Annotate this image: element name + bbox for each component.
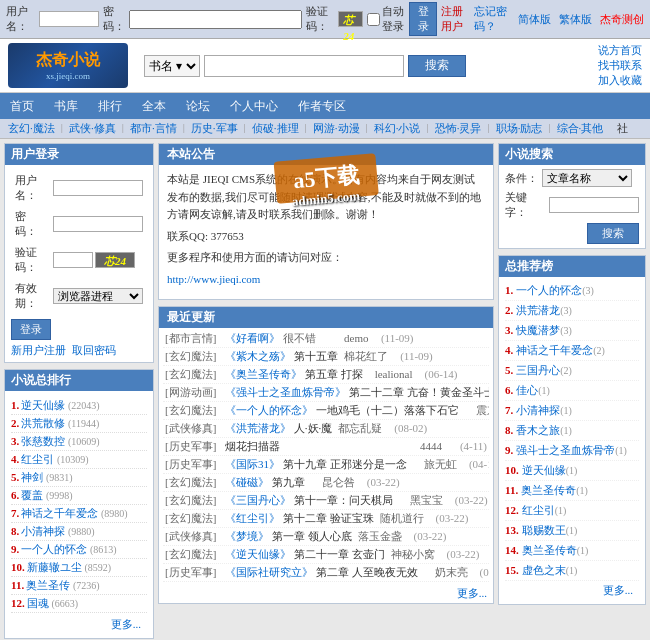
updates-more-link[interactable]: 更多... bbox=[457, 587, 487, 599]
ranking-item-8[interactable]: 小清神探 bbox=[21, 525, 65, 537]
ranking-item-1[interactable]: 逆天仙缘 bbox=[21, 399, 65, 411]
recommend-item-9[interactable]: 强斗士之圣血炼骨帝 bbox=[516, 444, 615, 456]
nav-personal[interactable]: 个人中心 bbox=[220, 93, 288, 119]
update-title-link[interactable]: 《紫木之殇》 bbox=[225, 350, 291, 362]
ranking-item-5[interactable]: 神剑 bbox=[21, 471, 43, 483]
genre-wuxia[interactable]: 武侠·修真 bbox=[65, 121, 120, 136]
search-input[interactable] bbox=[204, 55, 404, 77]
genre-fantasy[interactable]: 玄幻·魔法 bbox=[4, 121, 59, 136]
logo-homepage-link[interactable]: 说方首页 bbox=[598, 44, 642, 56]
search-button[interactable]: 搜索 bbox=[408, 55, 466, 77]
update-title-link[interactable]: 《国际31》 bbox=[225, 458, 280, 470]
update-title-link[interactable]: 《梦境》 bbox=[225, 530, 269, 542]
update-chapter-link[interactable]: 第一章 领人心底 bbox=[269, 530, 352, 542]
update-title-link[interactable]: 《一个人的怀念》 bbox=[225, 404, 313, 416]
recommend-item-14[interactable]: 奥兰圣传奇 bbox=[522, 544, 577, 556]
update-title-link[interactable]: 《奥兰圣传奇》 bbox=[225, 368, 302, 380]
forgot-password-link[interactable]: 取回密码 bbox=[72, 343, 116, 358]
genre-urban[interactable]: 都市·言情 bbox=[126, 121, 181, 136]
nav-author[interactable]: 作者专区 bbox=[288, 93, 356, 119]
topbar-traditional-link[interactable]: 繁体版 bbox=[559, 12, 592, 27]
recommend-item-8[interactable]: 香木之旅 bbox=[516, 424, 560, 436]
update-chapter-link[interactable]: 第十五章 bbox=[291, 350, 338, 362]
update-title-link[interactable]: 《红尘引》 bbox=[225, 512, 280, 524]
ranking-item-4[interactable]: 红尘引 bbox=[21, 453, 54, 465]
ranking-item-7[interactable]: 神话之千年爱念 bbox=[21, 507, 98, 519]
recommend-item-4[interactable]: 神话之千年爱念 bbox=[516, 344, 593, 356]
nav-library[interactable]: 书库 bbox=[44, 93, 88, 119]
recommend-item-15[interactable]: 虚色之末 bbox=[522, 564, 566, 576]
nav-complete[interactable]: 全本 bbox=[132, 93, 176, 119]
genre-horror[interactable]: 恐怖·灵异 bbox=[431, 121, 486, 136]
recommend-item-11[interactable]: 奥兰圣传奇 bbox=[521, 484, 576, 496]
topbar-auto-login-checkbox[interactable] bbox=[367, 13, 380, 26]
update-title-link[interactable]: 《三国丹心》 bbox=[225, 494, 291, 506]
topbar-username-input[interactable] bbox=[39, 11, 99, 27]
topbar-login-button[interactable]: 登录 bbox=[409, 2, 437, 36]
validity-select[interactable]: 浏览器进程 bbox=[53, 288, 143, 304]
notice-url-link[interactable]: http://www.jieqi.com bbox=[167, 273, 260, 285]
update-chapter-link[interactable]: 烟花扫描器 bbox=[225, 440, 280, 452]
ranking-item-11[interactable]: 奥兰圣传 bbox=[26, 579, 70, 591]
recommend-item-12[interactable]: 红尘引 bbox=[522, 504, 555, 516]
topbar-password-input[interactable] bbox=[129, 10, 302, 29]
logo-contact-link[interactable]: 找书联系 bbox=[598, 59, 642, 71]
nav-forum[interactable]: 论坛 bbox=[176, 93, 220, 119]
recommend-item-5[interactable]: 三国丹心 bbox=[516, 364, 560, 376]
genre-scifi[interactable]: 科幻·小说 bbox=[370, 121, 425, 136]
update-chapter-link[interactable]: 第九章 bbox=[269, 476, 305, 488]
recommend-item-1[interactable]: 一个人的怀念 bbox=[516, 284, 582, 296]
ranking-item-9[interactable]: 一个人的怀念 bbox=[21, 543, 87, 555]
topbar-register-link[interactable]: 注册用户 bbox=[441, 4, 470, 34]
update-title-link[interactable]: 《逆天仙缘》 bbox=[225, 548, 291, 560]
search-type-select[interactable]: 书名 ▾ bbox=[144, 55, 200, 77]
update-chapter-link[interactable]: 第十二章 验证宝珠 bbox=[280, 512, 374, 524]
genre-history[interactable]: 历史·军事 bbox=[187, 121, 242, 136]
recommend-item-13[interactable]: 聪赐数王 bbox=[522, 524, 566, 536]
topbar-jieqi-link[interactable]: 杰奇测创 bbox=[600, 12, 644, 27]
nav-ranking[interactable]: 排行 bbox=[88, 93, 132, 119]
login-username-input[interactable] bbox=[53, 180, 143, 196]
genre-game[interactable]: 网游·动漫 bbox=[309, 121, 364, 136]
recommend-item-10[interactable]: 逆天仙缘 bbox=[522, 464, 566, 476]
login-captcha-input[interactable] bbox=[53, 252, 93, 268]
list-item: 9.强斗士之圣血炼骨帝(1) bbox=[505, 441, 639, 461]
update-title-link[interactable]: 《好看啊》 bbox=[225, 332, 280, 344]
ranking-item-12[interactable]: 国魂 bbox=[27, 597, 49, 609]
update-chapter-link[interactable]: 第十一章：问天棋局 bbox=[291, 494, 393, 506]
update-chapter-link[interactable]: 第十九章 正邪迷分是一念 bbox=[280, 458, 407, 470]
update-title-link[interactable]: 《强斗士之圣血炼骨帝》 bbox=[225, 386, 346, 398]
update-title-link[interactable]: 《国际社研究立》 bbox=[225, 566, 313, 578]
topbar-simple-link[interactable]: 简体版 bbox=[518, 12, 551, 27]
update-chapter-link[interactable]: 人·妖·魔 bbox=[291, 422, 332, 434]
ranking-item-3[interactable]: 张慈数控 bbox=[21, 435, 65, 447]
ranking-more-link[interactable]: 更多... bbox=[111, 618, 141, 630]
update-chapter-link[interactable]: 第二章 人至晚夜无效 bbox=[313, 566, 418, 578]
login-password-input[interactable] bbox=[53, 216, 143, 232]
update-chapter-link[interactable]: 一地鸡毛（十二）落落下石它 bbox=[313, 404, 459, 416]
recommend-more-link[interactable]: 更多... bbox=[603, 584, 633, 596]
logo-favorite-link[interactable]: 加入收藏 bbox=[598, 74, 642, 86]
search-keyword-input[interactable] bbox=[549, 197, 639, 213]
novel-search-button[interactable]: 搜索 bbox=[587, 223, 639, 244]
ranking-item-10[interactable]: 新藤辙ユ尘 bbox=[27, 561, 82, 573]
update-chapter-link[interactable]: 第二十二章 亢奋！黄金圣斗士 bbox=[346, 386, 489, 398]
update-title-link[interactable]: 《洪荒潜龙》 bbox=[225, 422, 291, 434]
recommend-item-2[interactable]: 洪荒潜龙 bbox=[516, 304, 560, 316]
login-submit-button[interactable]: 登录 bbox=[11, 319, 51, 340]
genre-workplace[interactable]: 职场·励志 bbox=[492, 121, 547, 136]
genre-detective[interactable]: 侦破·推理 bbox=[248, 121, 303, 136]
search-condition-select[interactable]: 文章名称 bbox=[542, 169, 632, 187]
update-title-link[interactable]: 《碰磁》 bbox=[225, 476, 269, 488]
update-chapter-link[interactable]: 第五章 打探 bbox=[302, 368, 363, 380]
update-chapter-link[interactable]: 第二十一章 玄壶门 bbox=[291, 548, 385, 560]
ranking-item-6[interactable]: 覆盖 bbox=[21, 489, 43, 501]
recommend-item-7[interactable]: 小清神探 bbox=[516, 404, 560, 416]
register-link[interactable]: 新用户注册 bbox=[11, 343, 66, 358]
ranking-item-2[interactable]: 洪荒散修 bbox=[21, 417, 65, 429]
recommend-item-3[interactable]: 快魔潜梦 bbox=[516, 324, 560, 336]
recommend-item-6[interactable]: 佳心 bbox=[516, 384, 538, 396]
genre-other[interactable]: 综合·其他 bbox=[553, 121, 608, 136]
topbar-forgot-link[interactable]: 忘记密码？ bbox=[474, 4, 510, 34]
nav-home[interactable]: 首页 bbox=[0, 93, 44, 119]
